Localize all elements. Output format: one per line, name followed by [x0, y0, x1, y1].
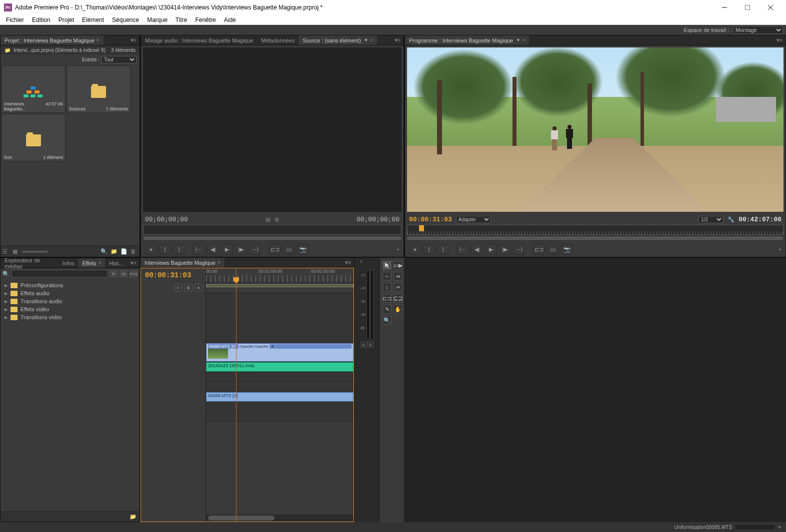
- mark-out-button[interactable]: }: [173, 244, 185, 255]
- settings-icon[interactable]: ▤: [266, 216, 270, 223]
- thumb-size-slider[interactable]: [22, 251, 48, 253]
- timeline-ruler[interactable]: 00:00 00:01:00:00 00:02:00:00 00:03:00:0…: [206, 268, 354, 282]
- track-v3[interactable]: [206, 323, 354, 333]
- menu-marque[interactable]: Marque: [143, 16, 172, 23]
- track-a4[interactable]: 00085.MTS [A]: [206, 392, 354, 402]
- panel-menu-button[interactable]: ▾≡: [392, 37, 404, 43]
- mark-in-button[interactable]: {: [423, 244, 435, 255]
- track-a1[interactable]: 20140423 165011.m4a: [206, 362, 354, 372]
- timeline-playhead-tc[interactable]: 00:00:31:03: [145, 271, 191, 279]
- play-button[interactable]: ▶: [221, 244, 233, 255]
- goto-out-button[interactable]: →|: [513, 244, 525, 255]
- track-v1[interactable]: 00085.MTS[V] Opacité:Opacité▾: [206, 343, 354, 362]
- goto-out-button[interactable]: →|: [249, 244, 261, 255]
- source-scrubber[interactable]: [143, 225, 402, 235]
- menu-titre[interactable]: Titre: [172, 16, 192, 23]
- new-bin-icon[interactable]: 📁: [110, 248, 118, 255]
- mark-in-button[interactable]: {: [159, 244, 171, 255]
- icon-view-icon[interactable]: ▦: [12, 248, 20, 255]
- close-icon[interactable]: ×: [370, 37, 373, 43]
- tab-timeline-sequence[interactable]: Interviews Baguette Magique×: [140, 258, 224, 267]
- add-button[interactable]: +: [778, 246, 782, 252]
- close-icon[interactable]: ×: [96, 37, 100, 43]
- clip-v1[interactable]: 00085.MTS[V] Opacité:Opacité▾: [206, 343, 354, 362]
- hand-tool[interactable]: ✋: [394, 305, 402, 314]
- window-minimize-button[interactable]: [713, 0, 736, 15]
- export-frame-button[interactable]: 📷: [297, 244, 309, 255]
- add-button[interactable]: +: [396, 246, 400, 252]
- overwrite-button[interactable]: ▭: [283, 244, 295, 255]
- menu-aide[interactable]: Aide: [220, 16, 240, 23]
- program-scrubber[interactable]: [407, 225, 784, 235]
- wrench-icon[interactable]: 🔧: [728, 216, 734, 223]
- clip-a1[interactable]: 20140423 165011.m4a: [206, 362, 354, 372]
- window-close-button[interactable]: [759, 0, 782, 15]
- step-fwd-button[interactable]: |▶: [499, 244, 511, 255]
- track-a2[interactable]: [206, 372, 354, 382]
- fx-accel-badge[interactable]: ⟳: [110, 270, 118, 277]
- menu-fenetre[interactable]: Fenêtre: [191, 16, 220, 23]
- source-tc-out[interactable]: 00;00;00;00: [356, 216, 400, 223]
- panel-menu-button[interactable]: ▾≡: [342, 259, 354, 266]
- bin-item-sources[interactable]: Sources7 éléments: [66, 65, 130, 113]
- close-icon[interactable]: ×: [218, 260, 220, 265]
- bin-item-son[interactable]: Son1 élément: [2, 114, 66, 161]
- timeline-work-area[interactable]: [206, 282, 354, 293]
- sync-lock-button[interactable]: ⊕: [184, 284, 192, 292]
- fx-32bit-badge[interactable]: 32: [120, 270, 128, 277]
- workspace-select[interactable]: Montage: [733, 26, 783, 34]
- lift-button[interactable]: ⊏⊐: [533, 244, 545, 255]
- goto-in-button[interactable]: |←: [457, 244, 469, 255]
- status-close-icon[interactable]: ×: [778, 525, 781, 530]
- program-tc-current[interactable]: 00:00:31:03: [409, 216, 452, 223]
- tab-audio-mixer[interactable]: Mixage audio : Interviews Baguette Magiq…: [141, 35, 257, 45]
- play-button[interactable]: ▶: [485, 244, 497, 255]
- tab-history[interactable]: Hist...: [105, 258, 127, 268]
- marker-button[interactable]: ♦: [145, 244, 157, 255]
- slip-tool[interactable]: ⊏⊐: [382, 294, 392, 303]
- track-a3[interactable]: [206, 382, 354, 392]
- tab-source[interactable]: Source : (sans élément)▼×: [298, 35, 377, 45]
- ripple-edit-tool[interactable]: ↔: [382, 272, 392, 281]
- tab-project[interactable]: Projet : Interviews Baguette Magique×: [0, 35, 104, 45]
- zoom-tool[interactable]: 🔍: [382, 316, 392, 325]
- track-v2[interactable]: [206, 333, 354, 343]
- track-a5[interactable]: [206, 402, 354, 412]
- marker-button[interactable]: ♦: [194, 284, 202, 292]
- project-filter-select[interactable]: Tout: [102, 56, 136, 63]
- tab-metadata[interactable]: Métadonnées: [257, 35, 298, 45]
- panel-menu-button[interactable]: ▾≡: [128, 260, 140, 266]
- menu-fichier[interactable]: Fichier: [2, 16, 28, 23]
- step-fwd-button[interactable]: |▶: [235, 244, 247, 255]
- extract-button[interactable]: ▭: [547, 244, 559, 255]
- mark-out-button[interactable]: }: [437, 244, 449, 255]
- new-item-icon[interactable]: 📄: [120, 248, 128, 255]
- list-view-icon[interactable]: ☰: [2, 248, 10, 255]
- fx-folder-audio-fx[interactable]: ▶Effets audio: [2, 289, 138, 297]
- close-icon[interactable]: ×: [522, 37, 525, 43]
- bin-item-sequence[interactable]: Interviews Baguette...42:07:06: [2, 65, 66, 113]
- menu-projet[interactable]: Projet: [54, 16, 78, 23]
- source-zoom-bar[interactable]: [143, 236, 402, 241]
- step-back-button[interactable]: ◀|: [471, 244, 483, 255]
- selection-tool[interactable]: [382, 261, 392, 270]
- track-a6[interactable]: [206, 412, 354, 422]
- find-icon[interactable]: 🔍: [100, 248, 108, 255]
- snap-button[interactable]: ⊂: [174, 284, 182, 292]
- razor-tool[interactable]: ✂: [394, 283, 402, 292]
- marker-button[interactable]: ♦: [409, 244, 421, 255]
- rolling-edit-tool[interactable]: ⇔: [394, 272, 402, 281]
- goto-in-button[interactable]: |←: [193, 244, 205, 255]
- menu-element[interactable]: Elément: [78, 16, 108, 23]
- menu-sequence[interactable]: Séquence: [108, 16, 143, 23]
- slide-tool[interactable]: ⊑⊒: [394, 294, 402, 303]
- fx-folder-video-trans[interactable]: ▶Transitions vidéo: [2, 313, 138, 321]
- fx-yuv-badge[interactable]: YUV: [130, 270, 138, 277]
- program-fit-select[interactable]: Adapter: [456, 216, 491, 223]
- new-bin-icon[interactable]: 📁: [130, 514, 136, 520]
- panel-menu-button[interactable]: ▾≡: [128, 37, 140, 43]
- rate-stretch-tool[interactable]: ↕: [382, 283, 392, 292]
- tab-program[interactable]: Programme : Interviews Baguette Magique▼…: [405, 35, 529, 45]
- close-icon[interactable]: ×: [98, 260, 102, 266]
- view-icon[interactable]: ⊞: [274, 216, 279, 223]
